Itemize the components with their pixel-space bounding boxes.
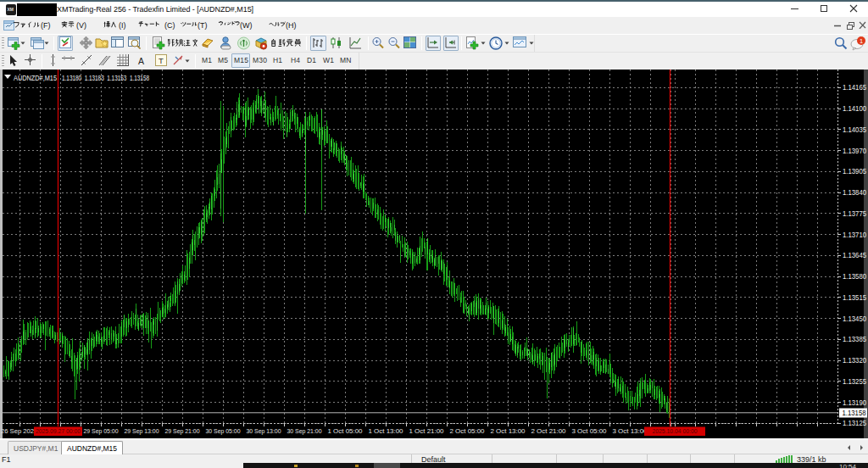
svg-text:26 Sep 202: 26 Sep 202: [1, 427, 35, 435]
svg-text:30 Sep 21:00: 30 Sep 21:00: [287, 427, 322, 435]
svg-text:2025.09.27 00:00: 2025.09.27 00:00: [36, 427, 81, 435]
svg-text:1 Oct 05:00: 1 Oct 05:00: [328, 427, 364, 435]
svg-text:3 Oct 05:00: 3 Oct 05:00: [572, 427, 608, 435]
svg-text:1.14100: 1.14100: [843, 104, 866, 113]
svg-text:1.14035: 1.14035: [843, 125, 866, 134]
svg-text:2 Oct 05:00: 2 Oct 05:00: [450, 427, 486, 435]
svg-text:1 Oct 21:00: 1 Oct 21:00: [409, 427, 445, 435]
svg-text:1.13970: 1.13970: [843, 147, 866, 155]
svg-text:1.13158: 1.13158: [843, 409, 866, 417]
svg-text:1.13190: 1.13190: [843, 398, 866, 407]
svg-text:1.14165: 1.14165: [843, 83, 866, 92]
svg-text:1.13320: 1.13320: [843, 356, 866, 365]
svg-text:1: 1: [860, 37, 863, 45]
svg-text:1.13255: 1.13255: [843, 377, 866, 386]
svg-text:1.13645: 1.13645: [843, 251, 866, 259]
svg-text:29 Sep 05:00: 29 Sep 05:00: [84, 427, 119, 435]
svg-text:29 Sep 21:00: 29 Sep 21:00: [165, 427, 200, 435]
svg-text:1.13905: 1.13905: [843, 167, 866, 176]
svg-text:1 Oct 13:00: 1 Oct 13:00: [369, 427, 404, 435]
svg-text:1.13125: 1.13125: [843, 419, 866, 427]
svg-text:1.13580: 1.13580: [843, 272, 866, 281]
svg-text:30 Sep 05:00: 30 Sep 05:00: [206, 427, 241, 435]
svg-text:29 Sep 13:00: 29 Sep 13:00: [125, 427, 159, 435]
svg-text:1.13180 1.13183 1.13153 1.1: 1.13180 1.13183 1.13153 1.13158: [62, 74, 149, 82]
svg-text:AUDNZD#,M15: AUDNZD#,M15: [14, 74, 57, 82]
svg-text:2 Oct 21:00: 2 Oct 21:00: [531, 427, 567, 435]
svg-text:2025.10.04 00:00: 2025.10.04 00:00: [653, 427, 698, 435]
svg-text:1.13515: 1.13515: [843, 293, 866, 302]
svg-text:1.13775: 1.13775: [843, 209, 866, 218]
svg-text:1.13840: 1.13840: [843, 188, 866, 197]
svg-text:1.13450: 1.13450: [843, 315, 866, 323]
svg-text:30 Sep 13:00: 30 Sep 13:00: [247, 427, 281, 435]
svg-text:2 Oct 13:00: 2 Oct 13:00: [491, 427, 526, 435]
svg-text:T: T: [159, 56, 164, 65]
svg-text:3 Oct 13:00: 3 Oct 13:00: [613, 427, 648, 435]
svg-text:1.13385: 1.13385: [843, 335, 866, 343]
svg-text:1.13710: 1.13710: [843, 231, 866, 239]
